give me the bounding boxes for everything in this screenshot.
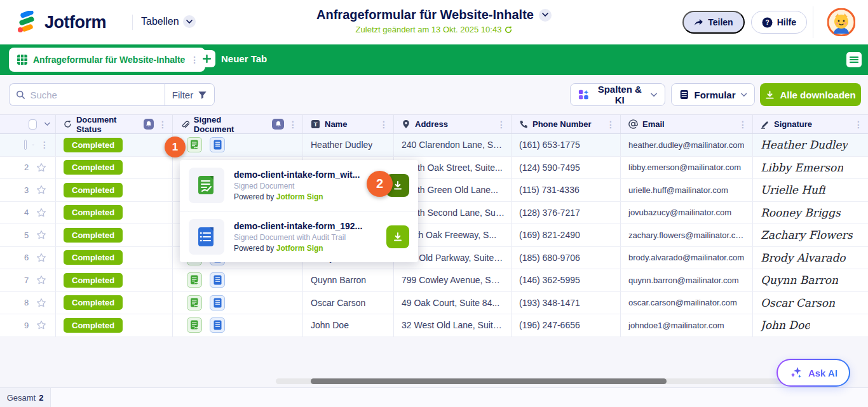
at-icon — [628, 119, 638, 129]
row-checkbox[interactable] — [24, 140, 27, 150]
download-all-button[interactable]: Alle downloaden — [760, 83, 861, 106]
star-icon[interactable] — [36, 253, 46, 263]
column-menu-icon[interactable]: ⋮ — [854, 120, 863, 129]
document-status-cell: Completed — [56, 314, 173, 337]
row-gutter: 4 ⋮ — [0, 202, 56, 224]
columns-ai-button[interactable]: Spalten & KI — [570, 83, 665, 106]
share-arrow-icon — [694, 18, 703, 27]
sparkles-icon — [789, 366, 803, 380]
table-row[interactable]: 2 ⋮ Completed Libby Emerson South Oak St… — [0, 157, 868, 180]
column-header-signed-document[interactable]: Signed Document ⋮ — [173, 115, 303, 133]
document-status-cell: Completed — [56, 202, 173, 224]
column-header-email[interactable]: Email ⋮ — [621, 115, 753, 133]
text-field-icon: T — [311, 119, 320, 129]
table-row[interactable]: 1 ⋮ Completed Heather Dudley 240 Clarend… — [0, 134, 868, 157]
logo-wordmark: Jotform — [44, 13, 106, 32]
signature-cell: Zachary Flowers — [753, 224, 868, 246]
header-divider — [132, 15, 133, 30]
signature-cell: Libby Emerson — [753, 157, 868, 179]
address-cell: 32 West Old Lane, Suite 439 — [394, 314, 512, 337]
star-icon[interactable] — [36, 298, 46, 308]
table-row[interactable]: 6 ⋮ Completed Brody Alvarado 274 Old Par… — [0, 247, 868, 270]
question-icon: ? — [762, 17, 773, 28]
tab-active-sheet[interactable]: Anfrageformular für Website-Inhalte ⋮ — [9, 48, 205, 72]
signed-document-icon[interactable] — [187, 137, 202, 152]
column-header-document-status[interactable]: Document Status ⋮ — [56, 115, 173, 133]
paperclip-icon — [180, 120, 189, 129]
table-row[interactable]: 8 ⋮ Completed Oscar Carson 49 Oak Court,… — [0, 292, 868, 315]
status-badge: Completed — [64, 183, 123, 197]
notification-bell-badge[interactable] — [272, 119, 284, 130]
select-all-checkbox[interactable] — [29, 119, 37, 130]
star-icon[interactable] — [36, 320, 46, 330]
signed-document-icon[interactable] — [187, 295, 202, 310]
column-menu-icon[interactable]: ⋮ — [738, 120, 747, 129]
form-button[interactable]: Formular — [671, 83, 755, 106]
popup-item-audit-trail[interactable]: demo-client-intake-form_192... Signed Do… — [180, 211, 418, 262]
column-menu-icon[interactable]: ⋮ — [497, 120, 506, 129]
column-menu-icon[interactable]: ⋮ — [379, 120, 388, 129]
file-title: demo-client-intake-form_192... — [234, 221, 377, 231]
notification-bell-badge[interactable] — [144, 119, 154, 130]
share-button[interactable]: Teilen — [682, 11, 744, 34]
sheet-list-menu-button[interactable] — [846, 52, 862, 67]
audit-trail-document-icon[interactable] — [210, 295, 225, 310]
row-gutter: 9 ⋮ — [0, 314, 56, 337]
jotform-logo[interactable]: Jotform — [15, 11, 106, 34]
column-menu-icon[interactable]: ⋮ — [288, 120, 297, 129]
row-gutter: 3 ⋮ — [0, 179, 56, 201]
column-header-name[interactable]: T Name ⋮ — [303, 115, 394, 133]
phone-cell: (193) 348-1471 — [512, 292, 621, 314]
document-status-cell: Completed — [56, 179, 173, 201]
audit-trail-document-icon[interactable] — [210, 317, 225, 333]
audit-trail-document-icon[interactable] — [210, 272, 225, 288]
name-cell: John Doe — [303, 314, 394, 337]
bell-icon — [146, 121, 152, 128]
star-icon[interactable] — [36, 230, 46, 240]
phone-cell: (196) 247-6656 — [512, 314, 621, 337]
column-header-phone-number[interactable]: Phone Number ⋮ — [512, 115, 621, 133]
chevron-down-icon[interactable] — [44, 122, 50, 126]
email-cell: quynn.barron@mailinator.com — [621, 269, 753, 291]
help-button[interactable]: ? Hilfe — [751, 11, 807, 34]
ask-ai-button[interactable]: Ask AI — [776, 359, 850, 387]
table-row[interactable]: 5 ⋮ Completed Zachary Flowers North Oak … — [0, 224, 868, 247]
column-header-address[interactable]: Address ⋮ — [394, 115, 512, 133]
download-audit-trail-button[interactable] — [386, 225, 409, 248]
table-row[interactable]: 3 ⋮ Completed Urielle Huff South Green O… — [0, 179, 868, 202]
table-row[interactable]: 4 ⋮ Completed Rooney Briggs South Second… — [0, 202, 868, 225]
signed-document-icon[interactable] — [187, 317, 202, 333]
document-status-cell: Completed — [56, 292, 173, 314]
audit-trail-document-icon[interactable] — [210, 137, 225, 152]
product-switcher[interactable]: Tabellen — [141, 15, 196, 28]
star-icon[interactable] — [36, 163, 46, 173]
horizontal-scrollbar-thumb[interactable] — [311, 378, 667, 384]
bell-icon — [275, 121, 281, 128]
chevron-down-icon — [741, 93, 747, 97]
avatar[interactable] — [827, 8, 855, 36]
new-tab-button[interactable]: Neuer Tab — [198, 50, 267, 67]
search-icon — [16, 90, 25, 100]
star-icon[interactable] — [36, 185, 46, 195]
column-menu-icon[interactable]: ⋮ — [158, 120, 167, 129]
status-bar: Gesamt2 — [0, 387, 868, 407]
signed-document-icon[interactable] — [187, 272, 202, 288]
filter-button[interactable]: Filter — [165, 83, 215, 106]
download-icon — [393, 180, 403, 190]
signature-cell: Rooney Briggs — [753, 202, 868, 224]
table-row[interactable]: 9 ⋮ Completed John Doe 32 West Old Lane,… — [0, 314, 868, 337]
row-kebab-icon[interactable]: ⋮ — [40, 140, 49, 149]
star-icon[interactable] — [32, 140, 34, 150]
email-cell: jovubazucy@mailinator.com — [621, 202, 753, 224]
title-chevron-icon[interactable] — [539, 9, 552, 22]
table-row[interactable]: 7 ⋮ Completed Quynn Barron 799 Cowley Av… — [0, 269, 868, 292]
column-menu-icon[interactable]: ⋮ — [606, 120, 615, 129]
row-gutter: 2 ⋮ — [0, 157, 56, 179]
column-header-signature[interactable]: Signature ⋮ — [753, 115, 868, 133]
star-icon[interactable] — [36, 208, 46, 218]
row-gutter: 8 ⋮ — [0, 292, 56, 314]
status-badge: Completed — [64, 318, 123, 333]
search-input[interactable] — [30, 90, 158, 100]
star-icon[interactable] — [36, 275, 46, 285]
audit-trail-file-icon — [189, 219, 224, 255]
